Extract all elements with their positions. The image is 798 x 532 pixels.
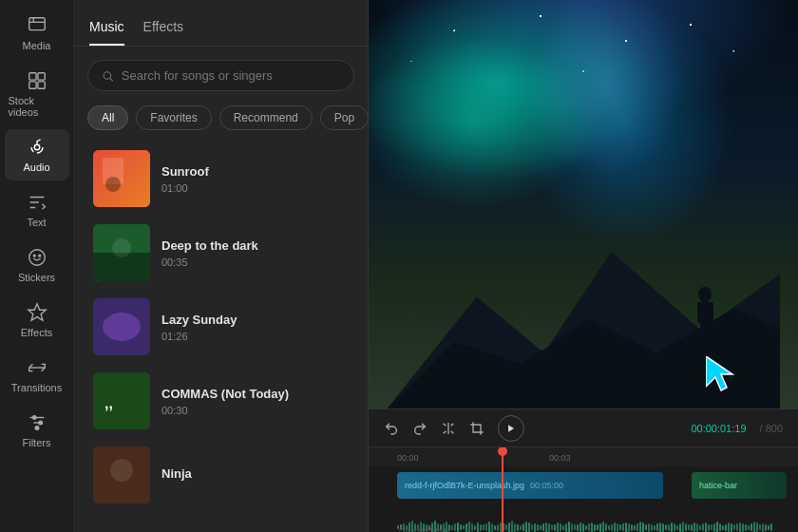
sidebar-label-effects: Effects [21,327,52,338]
split-button[interactable] [441,421,456,436]
song-info-commas: COMMAS (Not Today) 00:30 [162,387,349,416]
song-title: Sunroof [162,164,349,179]
video-preview[interactable] [369,0,798,408]
svg-rect-4 [37,82,44,88]
track-clip-video[interactable]: redd-f-rjfOdlB7k-E-unsplash.jpg 00:05:00 [397,472,663,499]
sidebar-label-stickers: Stickers [18,272,55,283]
left-panel: Music Effects All Favorites Recommend Po… [74,0,369,532]
filter-pop[interactable]: Pop [320,105,369,130]
svg-marker-41 [508,425,514,432]
track-row-audio: Oipsottadstads [369,504,798,532]
svg-point-30 [110,459,133,482]
svg-point-15 [35,427,39,430]
clip-duration-video: 00:05:00 [530,481,563,490]
sidebar-item-transitions[interactable]: Transitions [5,350,69,401]
search-icon [102,69,114,83]
svg-point-5 [34,144,40,150]
song-thumbnail-commas: ,, [93,372,150,429]
filter-bar: All Favorites Recommend Pop [74,101,368,141]
timeline-ruler: 00:00 00:03 [369,447,798,466]
tabs-header: Music Effects [74,0,368,47]
svg-rect-0 [28,18,45,30]
audio-track-label: Oipsottadstads [399,526,449,532]
preview-area: 00:00:01:19 / 800 00:00 00:03 redd-f-rjf… [369,0,798,532]
ruler-mark-0: 00:00 [397,453,419,463]
sidebar-label-text: Text [27,217,46,228]
tab-effects[interactable]: Effects [143,13,184,46]
song-title: Deep to the dark [162,238,349,253]
song-info-deep: Deep to the dark 00:35 [162,238,349,268]
cursor-pointer [706,356,740,398]
song-title: COMMAS (Not Today) [162,387,349,401]
svg-marker-39 [706,356,732,390]
svg-rect-20 [103,158,124,184]
sidebar-label-stock: Stock videos [9,95,66,118]
song-thumbnail-lazy [93,298,150,355]
timeline-controls: 00:00:01:19 / 800 [369,408,798,446]
filter-all[interactable]: All [87,105,128,130]
search-input[interactable] [122,68,340,83]
svg-point-8 [38,255,40,256]
filter-recommend[interactable]: Recommend [219,105,313,130]
svg-text:,,: ,, [104,395,113,411]
sidebar-label-media: Media [23,40,51,51]
track-clip-audio[interactable]: hatice-bar [692,472,787,499]
song-duration: 01:26 [162,331,349,342]
song-thumbnail-deep [93,224,150,281]
search-bar-container [87,60,354,91]
list-item[interactable]: Sunroof 01:00 [80,142,362,215]
song-info-ninja: Ninja [162,466,349,484]
crop-button[interactable] [469,421,484,436]
song-title: Ninja [162,466,349,481]
undo-button[interactable] [384,421,399,436]
redo-button[interactable] [412,421,428,436]
list-item[interactable]: Deep to the dark 00:35 [80,217,362,289]
svg-rect-35 [697,302,702,323]
song-title: Lazy Sunday [162,313,349,327]
svg-point-16 [104,71,110,78]
list-item[interactable]: Ninja [80,439,362,511]
track-row-video: redd-f-rjfOdlB7k-E-unsplash.jpg 00:05:00… [369,468,798,502]
svg-point-6 [28,250,45,266]
sidebar-item-media[interactable]: Media [5,8,69,59]
time-separator: / 800 [760,423,783,434]
svg-rect-19 [93,150,150,207]
svg-rect-3 [28,82,35,88]
svg-point-26 [103,313,141,341]
tab-music[interactable]: Music [89,13,124,46]
sidebar-label-filters: Filters [23,437,51,448]
aurora-background [369,0,798,408]
svg-point-13 [32,416,36,420]
sidebar-item-effects[interactable]: Effects [5,294,69,346]
sidebar-label-transitions: Transitions [11,382,62,393]
song-list: Sunroof 01:00 Deep to the dark 00:35 [74,141,368,532]
filter-favorites[interactable]: Favorites [136,105,211,130]
sidebar-item-stock[interactable]: Stock videos [5,63,69,125]
song-duration: 00:30 [162,405,349,416]
svg-marker-9 [28,304,45,320]
sidebar-item-stickers[interactable]: Stickers [5,239,69,291]
svg-rect-36 [709,302,713,323]
audio-waveform [397,518,798,532]
playhead[interactable] [502,447,504,532]
sidebar: Media Stock videos Audio Text [0,0,74,532]
list-item[interactable]: Lazy Sunday 01:26 [80,291,362,363]
timeline[interactable]: 00:00 00:03 redd-f-rjfOdlB7k-E-unsplash.… [369,446,798,532]
svg-rect-27 [93,372,150,429]
song-thumbnail-ninja [93,446,150,504]
playhead-marker [498,446,507,456]
person-silhouette [694,287,717,353]
sidebar-item-audio[interactable]: Audio [5,129,69,180]
sidebar-item-filters[interactable]: Filters [5,405,69,456]
svg-rect-37 [700,329,705,348]
play-button[interactable] [498,415,524,442]
clip-label-video: redd-f-rjfOdlB7k-E-unsplash.jpg [405,481,524,490]
svg-point-21 [105,177,121,192]
list-item[interactable]: ,, COMMAS (Not Today) 00:30 [80,365,362,437]
sidebar-item-text[interactable]: Text [5,184,69,236]
svg-rect-38 [706,329,711,348]
svg-point-14 [38,421,42,425]
svg-rect-1 [28,73,35,80]
song-duration: 00:35 [162,256,349,268]
svg-point-33 [698,287,712,302]
